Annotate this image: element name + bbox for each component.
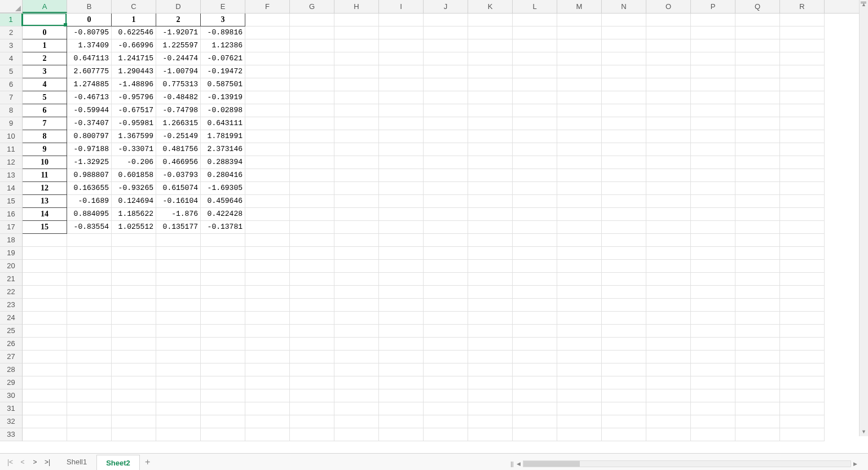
cell[interactable] xyxy=(691,39,735,52)
cell[interactable] xyxy=(112,299,156,312)
cell[interactable] xyxy=(112,273,156,286)
cell[interactable]: 1.266315 xyxy=(156,117,201,130)
hscroll-track[interactable] xyxy=(523,460,851,467)
cell[interactable] xyxy=(602,338,646,351)
cell[interactable] xyxy=(468,363,513,376)
cell[interactable] xyxy=(112,351,156,363)
cell[interactable]: -0.07621 xyxy=(201,52,245,65)
cell[interactable] xyxy=(735,376,780,389)
cell[interactable]: 0.587501 xyxy=(201,78,245,91)
cell[interactable] xyxy=(245,312,290,325)
cell[interactable] xyxy=(156,234,201,247)
col-header-B[interactable]: B xyxy=(67,0,112,13)
cell[interactable] xyxy=(557,65,602,78)
cell[interactable] xyxy=(67,325,112,338)
cell[interactable] xyxy=(245,247,290,260)
cell[interactable] xyxy=(67,273,112,286)
col-header-Q[interactable]: Q xyxy=(735,0,780,13)
cell[interactable] xyxy=(557,26,602,39)
cell[interactable] xyxy=(334,312,379,325)
cell[interactable] xyxy=(468,14,513,26)
cell[interactable] xyxy=(646,273,691,286)
cell[interactable] xyxy=(424,26,468,39)
cell[interactable] xyxy=(780,428,825,441)
split-handle-icon[interactable] xyxy=(859,0,868,5)
cell[interactable] xyxy=(513,117,557,130)
cell[interactable]: -0.13781 xyxy=(201,221,245,234)
cell[interactable] xyxy=(735,195,780,208)
cell[interactable] xyxy=(602,169,646,182)
cell[interactable] xyxy=(424,156,468,169)
cell[interactable] xyxy=(245,26,290,39)
cell[interactable] xyxy=(245,286,290,299)
cell[interactable] xyxy=(379,130,424,143)
cell[interactable] xyxy=(691,325,735,338)
row-header-19[interactable]: 19 xyxy=(0,247,23,260)
cell[interactable] xyxy=(513,104,557,117)
cell[interactable] xyxy=(290,65,334,78)
cell[interactable] xyxy=(67,376,112,389)
cell[interactable] xyxy=(646,234,691,247)
cell[interactable] xyxy=(557,117,602,130)
cell[interactable] xyxy=(290,389,334,402)
cell[interactable] xyxy=(290,312,334,325)
cell[interactable] xyxy=(112,428,156,441)
cell[interactable] xyxy=(602,299,646,312)
cell[interactable] xyxy=(735,234,780,247)
row-header-27[interactable]: 27 xyxy=(0,351,23,363)
cell[interactable] xyxy=(557,428,602,441)
row-header-1[interactable]: 1 xyxy=(0,14,23,26)
cell[interactable] xyxy=(468,273,513,286)
cell[interactable] xyxy=(780,26,825,39)
cell[interactable]: 1.781991 xyxy=(201,130,245,143)
cell[interactable] xyxy=(735,415,780,428)
cell[interactable] xyxy=(245,195,290,208)
cell[interactable] xyxy=(290,402,334,415)
cell[interactable] xyxy=(424,221,468,234)
cell[interactable] xyxy=(557,39,602,52)
cell[interactable] xyxy=(290,260,334,273)
cell[interactable] xyxy=(468,26,513,39)
cell[interactable] xyxy=(646,169,691,182)
cell[interactable] xyxy=(112,415,156,428)
cell[interactable] xyxy=(290,363,334,376)
cell[interactable] xyxy=(334,351,379,363)
cell[interactable]: 1 xyxy=(23,39,67,52)
cell[interactable] xyxy=(735,221,780,234)
row-header-15[interactable]: 15 xyxy=(0,195,23,208)
cell[interactable] xyxy=(735,389,780,402)
cell[interactable] xyxy=(424,428,468,441)
cell[interactable] xyxy=(602,376,646,389)
cell[interactable] xyxy=(334,78,379,91)
cell[interactable] xyxy=(691,428,735,441)
cell[interactable] xyxy=(691,117,735,130)
cell[interactable] xyxy=(379,182,424,195)
cell[interactable] xyxy=(290,14,334,26)
cell[interactable] xyxy=(23,376,67,389)
cell[interactable]: 1.37409 xyxy=(67,39,112,52)
cell[interactable] xyxy=(691,169,735,182)
cell[interactable] xyxy=(780,117,825,130)
cell[interactable] xyxy=(201,351,245,363)
cell[interactable] xyxy=(290,195,334,208)
cell[interactable] xyxy=(468,415,513,428)
cell[interactable] xyxy=(245,130,290,143)
cell[interactable] xyxy=(602,26,646,39)
cell[interactable] xyxy=(780,299,825,312)
cell[interactable] xyxy=(557,273,602,286)
cell[interactable] xyxy=(646,14,691,26)
cell[interactable]: 0.481756 xyxy=(156,143,201,156)
cell[interactable] xyxy=(156,363,201,376)
cell[interactable] xyxy=(646,260,691,273)
cell[interactable] xyxy=(780,273,825,286)
cell[interactable] xyxy=(245,402,290,415)
cell[interactable] xyxy=(379,247,424,260)
cell[interactable]: -0.25149 xyxy=(156,130,201,143)
cell[interactable] xyxy=(23,428,67,441)
cell[interactable] xyxy=(424,91,468,104)
cell[interactable] xyxy=(468,299,513,312)
cell[interactable] xyxy=(602,234,646,247)
cell[interactable] xyxy=(646,208,691,221)
cell[interactable]: 1.025512 xyxy=(112,221,156,234)
cell[interactable] xyxy=(735,338,780,351)
